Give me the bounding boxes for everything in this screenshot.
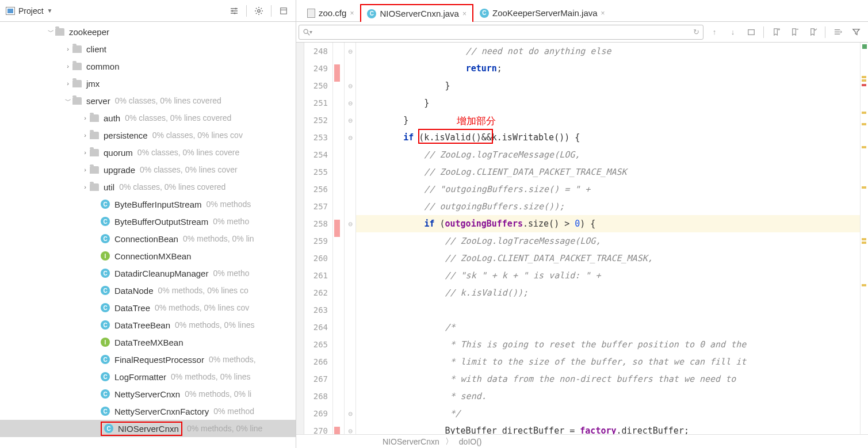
tree-node-class[interactable]: CByteBufferInputStream0% methods	[0, 196, 296, 213]
tree-node-folder[interactable]: ›util0% classes, 0% lines covered	[0, 178, 296, 196]
breadcrumb[interactable]: NIOServerCnxn 〉 doIO()	[296, 434, 868, 448]
chevron-right-icon[interactable]: ›	[63, 45, 72, 52]
fold-cell[interactable]	[345, 250, 355, 267]
tree-node-class[interactable]: CLogFormatter0% methods, 0% lines	[0, 368, 296, 385]
window-icon[interactable]	[745, 26, 758, 39]
tree-node-class[interactable]: CByteBufferOutputStream0% metho	[0, 213, 296, 230]
breadcrumb-method[interactable]: doIO()	[459, 437, 482, 446]
chevron-right-icon[interactable]: ›	[63, 63, 72, 70]
breadcrumb-class[interactable]: NIOServerCnxn	[383, 437, 439, 446]
arrow-up-icon[interactable]: ↑	[708, 26, 721, 39]
arrow-down-icon[interactable]: ↓	[726, 26, 739, 39]
close-icon[interactable]: ×	[601, 9, 605, 17]
fold-cell[interactable]: ⊖	[345, 43, 355, 60]
line-number[interactable]: 269	[304, 405, 328, 422]
line-number[interactable]: 249	[304, 60, 328, 77]
fold-cell[interactable]: ⊖	[345, 422, 355, 434]
tree-node-class[interactable]: CNettyServerCnxnFactory0% method	[0, 403, 296, 420]
line-number[interactable]: 264	[304, 319, 328, 336]
fold-cell[interactable]	[345, 284, 355, 301]
line-number[interactable]: 255	[304, 163, 328, 181]
tree-node-folder[interactable]: ›persistence0% classes, 0% lines cov	[0, 127, 296, 144]
line-number[interactable]: 265	[304, 336, 328, 353]
chevron-right-icon[interactable]: ›	[81, 166, 90, 173]
fold-cell[interactable]: ⊖	[345, 405, 355, 422]
fold-cell[interactable]	[345, 267, 355, 284]
marker-yellow[interactable]	[862, 242, 866, 244]
tree-node-class[interactable]: CDataTreeBean0% methods, 0% lines	[0, 316, 296, 334]
fold-cell[interactable]	[345, 301, 355, 319]
tree-node-class[interactable]: CDataNode0% methods, 0% lines co	[0, 282, 296, 299]
fold-cell[interactable]	[345, 319, 355, 336]
filter-icon[interactable]	[850, 26, 862, 39]
line-number[interactable]: 248	[304, 43, 328, 60]
fold-cell[interactable]	[345, 232, 355, 250]
fold-cell[interactable]	[345, 60, 355, 77]
tree-node-root[interactable]: ﹀zookeeper	[0, 23, 296, 40]
collapse-icon[interactable]	[277, 5, 290, 17]
line-number[interactable]: 256	[304, 181, 328, 198]
tree-node-class[interactable]: CNIOServerCnxn0% methods, 0% line	[0, 420, 296, 437]
line-number[interactable]: 258	[304, 215, 328, 232]
chevron-right-icon[interactable]: ›	[81, 114, 90, 121]
fold-cell[interactable]: ⊖	[345, 129, 355, 146]
chevron-down-icon[interactable]: ﹀	[46, 28, 55, 36]
list-icon[interactable]	[831, 26, 844, 39]
chevron-right-icon[interactable]: ›	[81, 132, 90, 139]
search-input[interactable]	[315, 28, 693, 36]
tree-node-folder[interactable]: ›jmx	[0, 75, 296, 92]
line-number[interactable]: 260	[304, 250, 328, 267]
tree-node-class[interactable]: CFinalRequestProcessor0% methods,	[0, 351, 296, 368]
tree-node-folder[interactable]: ›client	[0, 40, 296, 58]
line-number[interactable]: 263	[304, 301, 328, 319]
bookmark-remove-icon[interactable]	[788, 26, 801, 39]
marker-yellow[interactable]	[862, 79, 866, 82]
marker-yellow[interactable]	[862, 146, 866, 148]
history-icon[interactable]: ↻	[693, 28, 699, 36]
fold-cell[interactable]	[345, 336, 355, 353]
close-icon[interactable]: ×	[350, 9, 354, 17]
settings-sliders-icon[interactable]	[228, 5, 240, 17]
tree-node-class[interactable]: CNettyServerCnxn0% methods, 0% li	[0, 385, 296, 403]
project-dropdown[interactable]: Project ▼	[6, 6, 52, 16]
code-area[interactable]: // need not do anything else return; } }…	[356, 43, 860, 434]
fold-cell[interactable]	[345, 198, 355, 215]
fold-cell[interactable]: ⊖	[345, 112, 355, 129]
marker-yellow[interactable]	[862, 76, 866, 78]
line-number[interactable]: 257	[304, 198, 328, 215]
chevron-right-icon[interactable]: ›	[81, 183, 90, 190]
marker-red[interactable]	[862, 84, 866, 86]
line-number[interactable]: 251	[304, 94, 328, 112]
bookmark-check-icon[interactable]	[806, 26, 819, 39]
marker-yellow[interactable]	[862, 112, 866, 114]
tree-node-class[interactable]: CConnectionBean0% methods, 0% lin	[0, 230, 296, 247]
chevron-down-icon[interactable]: ▾	[309, 29, 312, 35]
marker-yellow[interactable]	[862, 186, 866, 189]
marker-yellow[interactable]	[862, 238, 866, 240]
fold-cell[interactable]	[345, 163, 355, 181]
tree-node-folder[interactable]: ›common	[0, 58, 296, 75]
search-input-wrapper[interactable]: ▾ ↻	[299, 25, 703, 40]
tree-node-class[interactable]: IDataTreeMXBean	[0, 334, 296, 351]
line-number[interactable]: 250	[304, 77, 328, 94]
tree-node-server[interactable]: ﹀server0% classes, 0% lines covered	[0, 92, 296, 109]
tab-zoo-cfg[interactable]: zoo.cfg ×	[301, 4, 360, 21]
bookmark-add-icon[interactable]	[770, 26, 782, 39]
line-number[interactable]: 267	[304, 370, 328, 388]
fold-cell[interactable]	[345, 370, 355, 388]
tree-node-class[interactable]: CDatadirCleanupManager0% metho	[0, 265, 296, 282]
fold-cell[interactable]	[345, 146, 355, 163]
tree-node-folder[interactable]: ›quorum0% classes, 0% lines covere	[0, 144, 296, 161]
chevron-right-icon[interactable]: ›	[63, 80, 72, 87]
line-number[interactable]: 254	[304, 146, 328, 163]
project-tree[interactable]: ﹀zookeeper ›client ›common ›jmx ﹀server0…	[0, 22, 296, 448]
tree-node-folder[interactable]: ›upgrade0% classes, 0% lines cover	[0, 161, 296, 178]
line-number[interactable]: 270	[304, 422, 328, 434]
tree-node-class[interactable]: IConnectionMXBean	[0, 247, 296, 265]
marker-yellow[interactable]	[862, 123, 866, 125]
chevron-down-icon[interactable]: ﹀	[63, 97, 72, 105]
gear-icon[interactable]	[253, 5, 265, 17]
tree-node-folder[interactable]: ›auth0% classes, 0% lines covered	[0, 109, 296, 127]
chevron-right-icon[interactable]: ›	[81, 149, 90, 156]
line-number[interactable]: 253	[304, 129, 328, 146]
